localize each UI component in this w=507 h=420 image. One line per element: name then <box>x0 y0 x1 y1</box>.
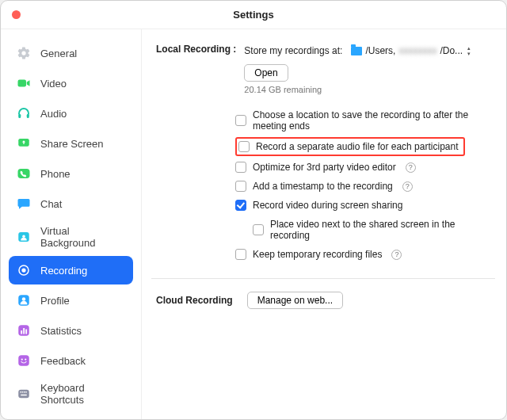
video-icon <box>15 74 32 92</box>
sidebar-item-keyboard-shortcuts[interactable]: Keyboard Shortcuts <box>9 376 133 411</box>
option-label: Record a separate audio file for each pa… <box>256 141 459 152</box>
close-window-button[interactable] <box>12 10 21 19</box>
gear-icon <box>15 44 32 62</box>
phone-icon <box>15 165 32 182</box>
highlight-box: Record a separate audio file for each pa… <box>235 137 465 156</box>
opt-record-screen[interactable]: Record video during screen sharing <box>235 196 495 215</box>
option-label: Keep temporary recording files <box>253 249 382 260</box>
option-label: Place video next to the shared screen in… <box>270 219 495 241</box>
sidebar-item-label: Video <box>40 78 67 90</box>
sidebar-item-label: Recording <box>40 265 87 277</box>
svg-rect-20 <box>22 391 24 393</box>
settings-window: Settings General Video Audio <box>0 0 507 420</box>
svg-point-8 <box>21 268 25 272</box>
svg-rect-13 <box>23 328 25 334</box>
option-label: Add a timestamp to the recording <box>253 181 393 192</box>
local-recording-section: Local Recording : Store my recordings at… <box>156 44 495 94</box>
sidebar-item-accessibility[interactable]: Accessibility <box>9 413 133 419</box>
help-icon[interactable]: ? <box>391 250 402 260</box>
chevron-updown-icon: ▴▾ <box>467 46 471 56</box>
sidebar-item-virtual-background[interactable]: Virtual Background <box>9 220 133 254</box>
checkbox[interactable] <box>235 181 246 192</box>
checkbox[interactable] <box>235 249 246 260</box>
main-panel: Local Recording : Store my recordings at… <box>142 29 506 419</box>
svg-point-17 <box>25 358 26 360</box>
section-divider <box>151 278 495 279</box>
svg-rect-4 <box>18 169 30 178</box>
sidebar-item-label: Phone <box>40 168 71 180</box>
window-body: General Video Audio Share Screen <box>1 29 506 419</box>
recording-path-select[interactable]: /Users,xxxxxxxx/Do... ▴▾ <box>349 44 473 58</box>
path-suffix: /Do... <box>440 45 463 56</box>
folder-icon <box>351 47 362 55</box>
svg-rect-19 <box>21 391 22 393</box>
sidebar-item-label: Profile <box>40 295 70 307</box>
opt-separate-audio-highlight: Record a separate audio file for each pa… <box>235 136 495 158</box>
sidebar-item-recording[interactable]: Recording <box>9 256 133 284</box>
checkbox[interactable] <box>253 224 264 235</box>
svg-point-6 <box>22 235 25 238</box>
local-recording-label: Local Recording : <box>156 44 236 55</box>
virtual-background-icon <box>15 228 32 246</box>
help-icon[interactable]: ? <box>406 162 416 173</box>
option-label: Record video during screen sharing <box>253 200 402 211</box>
sidebar-item-label: Chat <box>40 198 62 210</box>
cloud-recording-label: Cloud Recording <box>156 295 233 306</box>
path-redacted: xxxxxxxx <box>398 45 436 56</box>
opt-timestamp[interactable]: Add a timestamp to the recording ? <box>235 177 495 196</box>
checkbox[interactable] <box>238 141 250 152</box>
opt-optimize[interactable]: Optimize for 3rd party video editor ? <box>235 158 495 177</box>
headphones-icon <box>15 105 32 122</box>
share-screen-icon <box>15 135 32 152</box>
svg-point-16 <box>21 358 23 360</box>
sidebar-item-label: Share Screen <box>40 138 104 150</box>
keyboard-icon <box>15 385 32 403</box>
svg-rect-12 <box>21 330 22 334</box>
checkbox[interactable] <box>235 162 246 173</box>
sidebar-item-label: Feedback <box>40 355 86 367</box>
svg-rect-18 <box>18 390 29 399</box>
opt-choose-location[interactable]: Choose a location to save the recording … <box>235 105 495 136</box>
statistics-icon <box>15 322 32 339</box>
titlebar: Settings <box>1 1 506 29</box>
svg-rect-2 <box>27 114 29 118</box>
store-location-row: Store my recordings at: /Users,xxxxxxxx/… <box>244 44 495 82</box>
sidebar-item-phone[interactable]: Phone <box>9 159 133 188</box>
sidebar-item-label: Virtual Background <box>40 225 127 249</box>
svg-rect-0 <box>18 80 27 87</box>
sidebar-item-audio[interactable]: Audio <box>9 99 133 128</box>
sidebar-item-chat[interactable]: Chat <box>9 189 133 218</box>
opt-keep-temp[interactable]: Keep temporary recording files ? <box>235 245 495 264</box>
store-label: Store my recordings at: <box>244 45 342 56</box>
sidebar-item-share-screen[interactable]: Share Screen <box>9 129 133 158</box>
sidebar-item-feedback[interactable]: Feedback <box>9 346 133 375</box>
sidebar-item-label: Audio <box>40 108 67 120</box>
window-controls <box>12 10 21 19</box>
sidebar-item-video[interactable]: Video <box>9 69 133 97</box>
sidebar-item-label: Statistics <box>40 325 82 337</box>
path-prefix: /Users, <box>365 45 395 56</box>
sidebar-item-label: General <box>40 48 77 59</box>
manage-on-web-button[interactable]: Manage on web... <box>247 292 343 309</box>
accessibility-icon <box>15 418 32 419</box>
cloud-recording-section: Cloud Recording Manage on web... <box>156 292 495 309</box>
storage-remaining: 20.14 GB remaining <box>244 85 495 94</box>
svg-rect-1 <box>18 114 21 118</box>
opt-place-video[interactable]: Place video next to the shared screen in… <box>253 215 495 245</box>
record-icon <box>15 262 32 279</box>
option-label: Optimize for 3rd party video editor <box>253 162 396 173</box>
svg-rect-23 <box>21 395 27 396</box>
sidebar-item-general[interactable]: General <box>9 39 133 67</box>
svg-point-10 <box>22 297 26 301</box>
sidebar-item-profile[interactable]: Profile <box>9 286 133 315</box>
option-label: Choose a location to save the recording … <box>253 109 495 132</box>
help-icon[interactable]: ? <box>402 181 413 192</box>
sidebar: General Video Audio Share Screen <box>1 29 142 419</box>
svg-rect-21 <box>24 391 25 393</box>
svg-rect-15 <box>18 355 29 366</box>
local-recording-options: Choose a location to save the recording … <box>235 105 495 264</box>
checkbox[interactable] <box>235 200 246 211</box>
open-folder-button[interactable]: Open <box>244 64 288 82</box>
sidebar-item-statistics[interactable]: Statistics <box>9 316 133 345</box>
checkbox[interactable] <box>235 115 246 126</box>
